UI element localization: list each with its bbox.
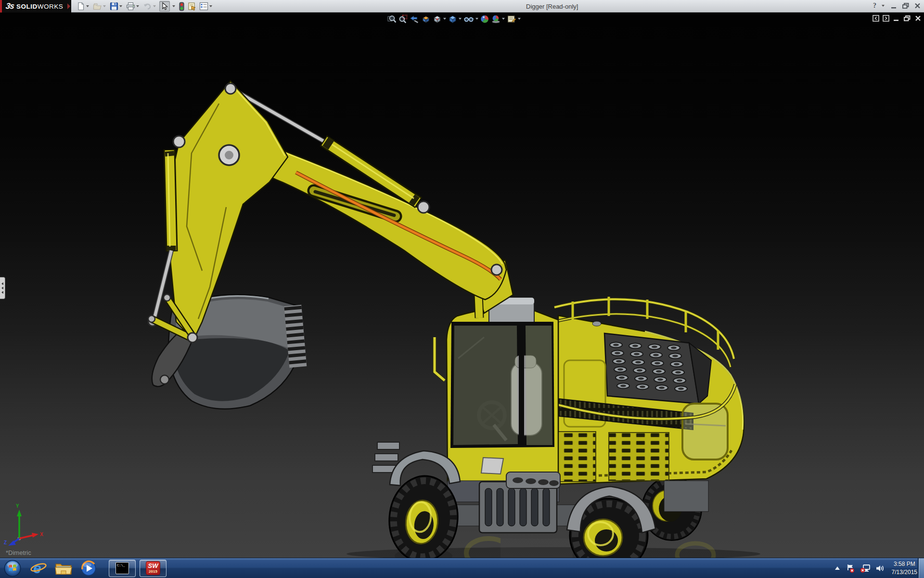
dropdown-caret[interactable] xyxy=(103,5,106,7)
view-settings-button[interactable] xyxy=(506,14,521,24)
show-desktop-button[interactable] xyxy=(918,558,924,578)
close-button[interactable] xyxy=(914,2,921,9)
start-button[interactable] xyxy=(3,559,22,578)
dropdown-caret[interactable] xyxy=(443,18,446,20)
cab[interactable] xyxy=(435,298,558,482)
y-axis-label: Y xyxy=(16,503,19,509)
bucket-cylinder-rod xyxy=(154,250,171,320)
network-disconnected-icon[interactable] xyxy=(860,564,871,573)
apex-pin xyxy=(225,83,236,94)
bucket-pin xyxy=(188,333,197,342)
select-button[interactable] xyxy=(159,1,170,12)
windshield-glass[interactable] xyxy=(453,326,518,445)
excavator-model[interactable]: Y X Z xyxy=(0,13,924,558)
minimize-button[interactable] xyxy=(890,2,898,9)
panel-toggle-left-icon[interactable] xyxy=(873,15,879,22)
solidworks-taskbar-button[interactable]: SW 2015 xyxy=(140,560,167,577)
options-button[interactable] xyxy=(199,1,214,12)
action-center-flag-icon[interactable] xyxy=(846,564,855,573)
section-view-button[interactable] xyxy=(421,14,431,24)
print-button[interactable] xyxy=(126,1,141,12)
cab-step-decal xyxy=(481,458,503,474)
media-player-button[interactable] xyxy=(79,559,98,578)
clock-date: 7/13/2015 xyxy=(892,568,917,577)
engine-grille[interactable] xyxy=(604,333,711,404)
svg-text:e: e xyxy=(33,560,41,576)
section-view-icon xyxy=(421,14,431,24)
dropdown-caret[interactable] xyxy=(518,18,521,20)
select-dropdown-caret[interactable] xyxy=(172,5,175,7)
volume-icon[interactable] xyxy=(875,564,885,573)
file-properties-icon xyxy=(187,2,197,11)
display-style-button[interactable] xyxy=(448,14,462,24)
dropdown-caret[interactable] xyxy=(502,18,505,20)
new-document-button[interactable] xyxy=(76,1,91,12)
help-dropdown-caret[interactable] xyxy=(882,5,885,7)
orientation-triad[interactable]: Y X Z xyxy=(4,503,43,546)
rebuild-button[interactable] xyxy=(178,1,185,12)
help-button[interactable]: ? xyxy=(873,2,876,10)
graphics-viewport[interactable]: Y X Z xyxy=(0,13,924,558)
zoom-to-area-icon xyxy=(398,14,408,24)
solidworks-logo-mark: 3s xyxy=(5,1,15,11)
edit-appearance-icon xyxy=(480,14,489,24)
zoom-to-area-button[interactable] xyxy=(398,14,408,24)
open-document-button[interactable] xyxy=(92,1,108,12)
windows-explorer-button[interactable] xyxy=(54,559,73,578)
zoom-to-fit-icon xyxy=(387,14,397,24)
rear-window[interactable] xyxy=(682,404,728,460)
door-glass[interactable] xyxy=(526,326,552,445)
dropdown-caret[interactable] xyxy=(475,18,478,20)
restore-button[interactable] xyxy=(902,2,910,9)
hide-show-items-button[interactable] xyxy=(463,14,479,24)
title-bar: 3s SOLIDWORKS xyxy=(0,0,924,13)
windows-start-icon xyxy=(3,559,22,578)
feature-manager-collapsed-tab[interactable] xyxy=(0,277,5,299)
show-hidden-icons-button[interactable] xyxy=(834,565,841,571)
document-window-controls xyxy=(873,15,922,22)
media-player-icon xyxy=(80,560,97,577)
apply-scene-button[interactable] xyxy=(491,14,505,24)
folder-icon xyxy=(54,560,73,577)
side-vent-panel-right[interactable] xyxy=(609,433,669,481)
dropdown-caret[interactable] xyxy=(86,5,89,7)
dropdown-caret[interactable] xyxy=(136,5,139,7)
system-tray: 3:58 PM 7/13/2015 xyxy=(834,558,917,578)
command-prompt-button[interactable]: C:\_ xyxy=(109,560,136,577)
previous-view-button[interactable] xyxy=(409,14,420,24)
edit-appearance-button[interactable] xyxy=(480,14,490,24)
chevron-left-icon xyxy=(1,287,3,289)
panel-toggle-right-icon[interactable] xyxy=(883,15,889,22)
dropdown-caret[interactable] xyxy=(209,5,212,7)
heads-up-view-toolbar xyxy=(387,13,521,24)
taskbar-clock[interactable]: 3:58 PM 7/13/2015 xyxy=(892,560,917,577)
view-orientation-icon xyxy=(433,14,442,24)
internet-explorer-icon: e xyxy=(30,560,47,577)
dropdown-caret[interactable] xyxy=(153,5,156,7)
hide-show-items-icon xyxy=(463,14,474,24)
menu-expand-arrow-icon[interactable] xyxy=(67,3,70,9)
document-minimize-button[interactable] xyxy=(893,15,900,22)
boom[interactable] xyxy=(248,142,513,318)
document-close-button[interactable] xyxy=(914,15,922,22)
undo-button[interactable] xyxy=(142,1,158,12)
options-icon xyxy=(199,2,208,11)
save-button[interactable] xyxy=(109,1,124,12)
internet-explorer-button[interactable]: e xyxy=(29,559,48,578)
z-axis-label: Z xyxy=(4,540,7,545)
dropdown-caret[interactable] xyxy=(119,5,122,7)
solidworks-2015-icon: SW 2015 xyxy=(146,561,160,575)
logo-red-strip xyxy=(0,0,2,13)
document-restore-button[interactable] xyxy=(903,15,911,22)
view-orientation-button[interactable] xyxy=(432,14,447,24)
solidworks-logo-text: SOLIDWORKS xyxy=(16,3,63,10)
select-cursor-icon xyxy=(160,2,169,11)
boom-foot-pin xyxy=(491,264,502,275)
exhaust-cap xyxy=(592,321,601,326)
dropdown-caret[interactable] xyxy=(459,18,462,20)
file-properties-button[interactable] xyxy=(187,1,197,12)
solidworks-app: 3s SOLIDWORKS xyxy=(0,0,924,578)
solidworks-logo[interactable]: 3s SOLIDWORKS xyxy=(0,0,71,13)
command-prompt-icon: C:\_ xyxy=(116,562,129,574)
zoom-to-fit-button[interactable] xyxy=(387,14,397,24)
